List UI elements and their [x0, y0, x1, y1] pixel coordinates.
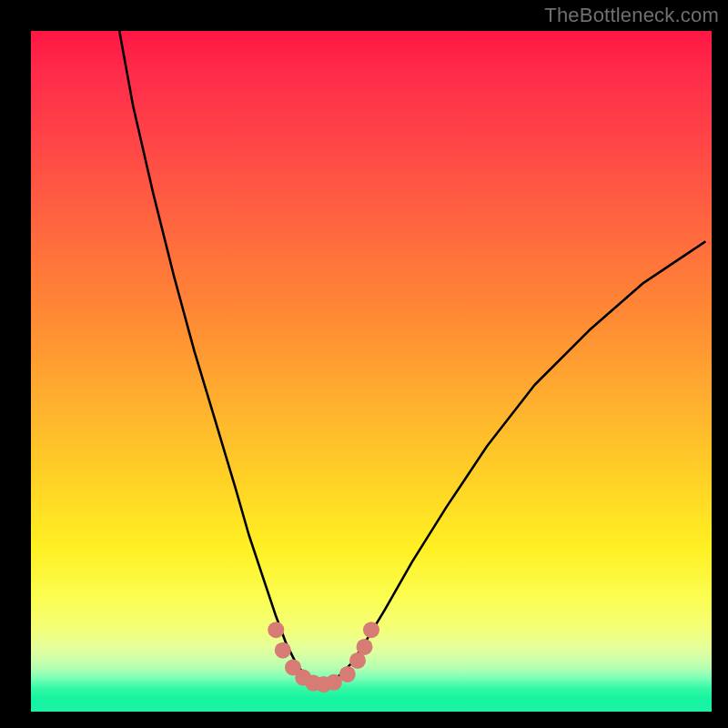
chart-frame: TheBottleneck.com: [0, 0, 728, 728]
bottleneck-curve: [119, 31, 704, 684]
marker-dot: [275, 642, 291, 659]
marker-dot: [339, 666, 356, 682]
marker-group: [268, 622, 379, 693]
plot-area: [31, 31, 712, 712]
watermark-text: TheBottleneck.com: [544, 4, 719, 27]
marker-dot: [268, 622, 284, 638]
marker-dot: [357, 639, 373, 655]
chart-svg: [31, 31, 712, 712]
marker-dot: [363, 622, 379, 638]
